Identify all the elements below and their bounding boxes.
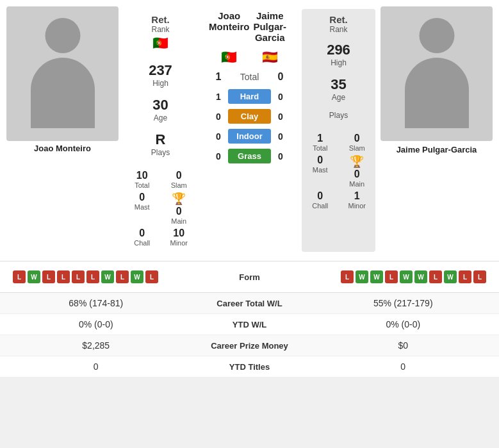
stats-row: 0% (0-0) YTD W/L 0% (0-0)	[0, 314, 499, 335]
right-mast-val: 0	[304, 154, 336, 166]
right-rank-ret: Ret.	[329, 14, 347, 25]
total-label: Total	[228, 72, 271, 82]
form-section: LWLLLLWLWL Form LWWLWWLWLL	[0, 261, 499, 292]
form-badge-right: W	[414, 270, 427, 283]
left-main-val: 0	[163, 206, 195, 217]
right-plays-label: Plays	[329, 111, 348, 120]
left-minor-cell: 10 Minor	[163, 228, 195, 247]
left-high-label: High	[149, 79, 172, 88]
hard-badge: Hard	[228, 89, 271, 104]
left-plays-block: R Plays	[151, 131, 170, 157]
right-minor-cell: 1 Minor	[341, 190, 373, 210]
left-clay-score: 0	[209, 112, 228, 122]
joao-monteiro-photo	[6, 6, 119, 141]
left-slam-lbl: Slam	[163, 181, 195, 189]
right-plays-block: Plays	[329, 111, 348, 120]
left-slam-cell: 0 Slam	[163, 170, 195, 189]
stats-right-val: $0	[314, 340, 493, 351]
stats-row: $2,285 Career Prize Money $0	[0, 335, 499, 356]
right-mast-lbl: Mast	[304, 166, 336, 174]
right-chall-cell: 0 Chall	[304, 190, 336, 210]
jaime-pulgar-garcia-photo	[380, 6, 493, 141]
right-mast-cell: 0 Mast	[304, 154, 336, 188]
right-age-label: Age	[331, 93, 346, 102]
stats-table: 68% (174-81) Career Total W/L 55% (217-1…	[0, 292, 499, 377]
right-rank-sub: Rank	[329, 25, 347, 34]
stats-center-label: YTD W/L	[186, 320, 314, 329]
right-total-cell: 1 Total	[304, 133, 336, 152]
form-badge-left: L	[42, 270, 55, 283]
right-total-val: 1	[304, 133, 336, 144]
form-badge-left: L	[86, 270, 99, 283]
form-badge-left: L	[57, 270, 70, 283]
right-form-badges: LWWLWWLWLL	[341, 270, 486, 283]
left-minor-val: 10	[163, 228, 195, 239]
right-high-block: 296 High	[327, 42, 350, 67]
left-total-score: 1	[209, 71, 228, 83]
left-stats-panel: Ret. Rank 🇵🇹 237 High 30 Age R Plays 10 …	[124, 9, 197, 252]
stats-center-label: Career Total W/L	[186, 299, 314, 308]
left-rank-sub: Rank	[151, 25, 169, 34]
form-label: Form	[205, 272, 295, 282]
right-stats-grid: 1 Total 0 Slam 0 Mast 🏆 0 Main 0	[304, 133, 373, 210]
right-main-val: 0	[341, 169, 373, 180]
stats-row: 68% (174-81) Career Total W/L 55% (217-1…	[0, 293, 499, 314]
indoor-badge: Indoor	[228, 129, 271, 144]
main-container: Joao Monteiro Ret. Rank 🇵🇹 237 High 30 A…	[0, 0, 499, 377]
form-badge-right: L	[429, 270, 442, 283]
form-badge-right: W	[444, 270, 457, 283]
form-row: LWLLLLWLWL Form LWWLWWLWLL	[6, 267, 493, 287]
clay-row: 0 Clay 0	[209, 109, 290, 124]
left-rank-ret: Ret.	[151, 14, 169, 25]
right-total-score: 0	[271, 71, 290, 83]
stats-left-val: $2,285	[6, 340, 186, 351]
form-badge-left: L	[145, 270, 158, 283]
total-row: 1 Total 0	[209, 71, 290, 83]
form-badge-left: L	[13, 270, 26, 283]
stats-left-val: 0% (0-0)	[6, 319, 186, 329]
form-badge-left: W	[28, 270, 40, 283]
right-high-label: High	[327, 58, 350, 67]
right-player-header-name: Jaime Pulgar-Garcia	[250, 10, 291, 43]
left-chall-val: 0	[126, 228, 158, 239]
stats-center-label: Career Prize Money	[186, 341, 314, 351]
right-clay-score: 0	[271, 112, 290, 122]
right-slam-lbl: Slam	[341, 144, 373, 152]
form-badge-right: W	[370, 270, 383, 283]
right-slam-cell: 0 Slam	[341, 133, 373, 152]
right-age-value: 35	[331, 76, 346, 93]
right-minor-lbl: Minor	[341, 202, 373, 210]
form-badge-left: L	[72, 270, 85, 283]
form-badge-left: L	[116, 270, 129, 283]
form-badge-left: W	[101, 270, 114, 283]
left-chall-lbl: Chall	[126, 239, 158, 247]
left-chall-cell: 0 Chall	[126, 228, 158, 247]
grass-badge: Grass	[228, 149, 271, 163]
grass-row: 0 Grass 0	[209, 149, 290, 163]
left-hard-score: 1	[209, 92, 228, 102]
left-player-name-below: Joao Monteiro	[34, 144, 91, 153]
left-mast-val: 0	[126, 192, 158, 203]
form-badge-right: L	[473, 270, 486, 283]
left-indoor-score: 0	[209, 131, 228, 142]
stats-row: 0 YTD Titles 0	[0, 356, 499, 377]
right-flag-header: 🇪🇸	[250, 49, 291, 65]
right-trophy-cell: 🏆 0 Main	[341, 154, 373, 188]
left-plays-value: R	[151, 131, 170, 148]
form-badge-right: L	[459, 270, 471, 283]
left-main-lbl: Main	[163, 217, 195, 225]
right-age-block: 35 Age	[331, 76, 346, 102]
left-mast-cell: 0 Mast	[126, 192, 158, 225]
right-stats-panel: Ret. Rank 296 High 35 Age Plays 1 Total	[302, 9, 375, 252]
stats-left-val: 68% (174-81)	[6, 298, 186, 308]
right-main-lbl: Main	[341, 180, 373, 188]
stats-right-val: 0% (0-0)	[314, 319, 493, 329]
left-player-header-name: Joao Monteiro	[209, 10, 250, 32]
left-flag: 🇵🇹	[151, 35, 169, 51]
right-slam-val: 0	[341, 133, 373, 144]
left-age-block: 30 Age	[152, 97, 168, 122]
form-badge-left: W	[131, 270, 143, 283]
right-chall-lbl: Chall	[304, 202, 336, 210]
right-high-value: 296	[327, 42, 350, 58]
right-minor-val: 1	[341, 190, 373, 202]
